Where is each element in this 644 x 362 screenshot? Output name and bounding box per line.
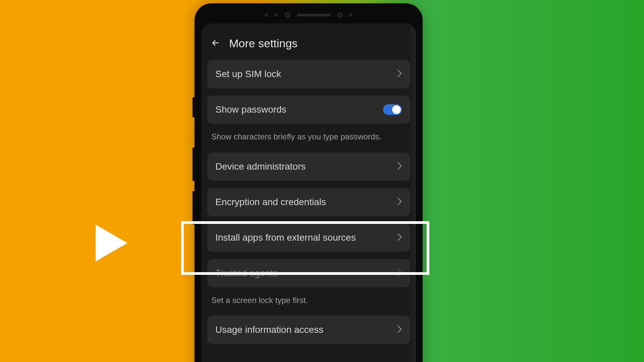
setting-label: Set up SIM lock [215, 69, 281, 79]
phone-screen: More settings Set up SIM lock Show passw… [201, 23, 416, 362]
phone-side-button [193, 147, 195, 181]
chevron-right-icon [397, 162, 402, 171]
setting-show-passwords[interactable]: Show passwords [207, 96, 410, 124]
setting-label: Show passwords [215, 104, 286, 115]
setting-description: Set a screen lock type first. [207, 295, 410, 316]
phone-side-button [193, 97, 195, 117]
phone-side-button [193, 191, 195, 225]
phone-frame: More settings Set up SIM lock Show passw… [195, 3, 423, 362]
setting-sim-lock[interactable]: Set up SIM lock [207, 60, 410, 88]
page-header: More settings [207, 32, 410, 60]
toggle-knob [392, 105, 401, 114]
setting-usage-information-access[interactable]: Usage information access [207, 316, 410, 344]
highlight-box [181, 221, 429, 275]
chevron-right-icon [397, 197, 402, 207]
setting-label: Usage information access [215, 324, 323, 335]
play-icon [96, 225, 127, 261]
setting-device-administrators[interactable]: Device administrators [207, 153, 410, 181]
setting-encryption-credentials[interactable]: Encryption and credentials [207, 188, 410, 216]
setting-label: Device administrators [215, 161, 306, 172]
phone-sensors [201, 10, 416, 23]
chevron-right-icon [397, 69, 402, 79]
back-arrow-icon[interactable] [211, 38, 221, 49]
page-title: More settings [229, 37, 298, 50]
setting-description: Show characters briefly as you type pass… [207, 131, 410, 153]
setting-label: Encryption and credentials [215, 197, 326, 207]
chevron-right-icon [397, 325, 402, 335]
toggle-switch[interactable] [383, 104, 402, 115]
